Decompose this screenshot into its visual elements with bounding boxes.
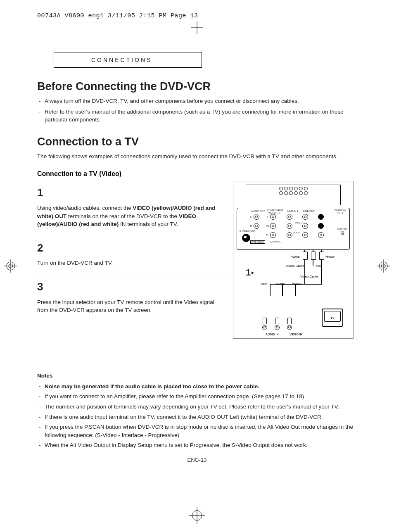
note-1: Noise may be generated if the audio cabl…: [37, 382, 357, 391]
lbl-line-out: LINE OUT: [303, 210, 315, 212]
print-header-underline: [37, 22, 173, 22]
step-1: 1 Using video/audio cables, connect the …: [37, 181, 225, 236]
diagram-column: AUDIO OUT COMPONENT VIDEO OUT LINE IN 1 …: [233, 181, 357, 339]
step-1-pre: Using video/audio cables, connect the: [37, 205, 133, 211]
heading-before-connecting: Before Connecting the DVD-VCR: [37, 80, 357, 93]
lbl-audio-out: AUDIO OUT: [251, 210, 265, 212]
before-bullet-1: Always turn off the DVD-VCR, TV, and oth…: [37, 97, 357, 105]
lbl-video-cable: Video Cable: [300, 275, 318, 278]
notes-section: Notes Noise may be generated if the audi…: [37, 372, 357, 449]
crop-mark-bottom: [189, 507, 205, 524]
step-1-post: IN terminals of your TV.: [119, 221, 178, 227]
lbl-svideo: S-VIDEO OUT: [240, 230, 256, 232]
note-6: When the Alt Video Output in Display Set…: [37, 441, 357, 449]
diagram-step-ref: 1: [246, 267, 253, 278]
section-tab: CONNECTIONS: [54, 52, 202, 68]
step-2: 2 Turn on the DVD-VCR and TV.: [37, 236, 225, 275]
lbl-component: COMPONENT VIDEO OUT: [267, 209, 283, 214]
lbl-pb: Pb: [266, 225, 269, 227]
dvd-unit-front-icon: [246, 185, 341, 205]
lbl-audio: AUDIO: [293, 231, 301, 234]
crop-mark-top: [191, 21, 203, 34]
lbl-y: Y: [267, 216, 268, 218]
note-4: If there is one audio input terminal on …: [37, 413, 357, 421]
plug-yellow-icon: [319, 252, 324, 260]
connection-diagram: AUDIO OUT COMPONENT VIDEO OUT LINE IN 1 …: [233, 181, 354, 339]
lbl-line-in1: LINE IN 1: [287, 210, 298, 212]
print-header-line: 00743A V8600_eng1 3/11/05 2:15 PM Page 1…: [37, 12, 357, 19]
document-page: 00743A V8600_eng1 3/11/05 2:15 PM Page 1…: [0, 0, 394, 532]
lbl-video-in: VIDEO IN: [290, 333, 302, 336]
lbl-rf: RF: [341, 233, 344, 235]
dvd-back-panel-icon: AUDIO OUT COMPONENT VIDEO OUT LINE IN 1 …: [237, 208, 350, 250]
tv-icon: TV: [322, 309, 343, 327]
page-number: ENG-13: [37, 457, 357, 463]
lbl-out-to-tv: OUT (TO TV): [336, 228, 348, 233]
step-3-number: 3: [37, 279, 225, 295]
before-bullets: Always turn off the DVD-VCR, TV, and oth…: [37, 97, 357, 124]
before-bullet-2: Refer to the user's manual of the additi…: [37, 108, 357, 124]
lbl-tv: TV: [330, 316, 335, 320]
heading-connection-tv: Connection to a TV: [37, 135, 357, 148]
notes-list: Noise may be generated if the audio cabl…: [37, 382, 357, 449]
step-1-mid: terminals on the rear of the DVD-VCR to …: [66, 213, 179, 219]
sub-heading-video: Connection to a TV (Video): [37, 170, 357, 178]
notes-title: Notes: [37, 372, 357, 380]
svideo-jack-icon: [242, 234, 250, 242]
step-1-text: Using video/audio cables, connect the VI…: [37, 204, 225, 228]
lbl-white: White: [291, 255, 299, 259]
lbl-red-bottom: Red: [261, 282, 267, 286]
plug-red-icon: [311, 252, 316, 260]
step-2-number: 2: [37, 240, 225, 256]
lbl-dvd-only: DVD ONLY: [250, 240, 265, 244]
lbl-coaxial: COAXIAL: [270, 240, 281, 243]
lbl-audio-in: AUDIO IN: [266, 333, 279, 336]
connection-intro-text: The following shows examples of connecti…: [37, 152, 357, 161]
lbl-in-from-ant: IN (FROM ANT.): [333, 209, 347, 214]
lbl-pr: Pr: [266, 234, 268, 236]
lbl-yellow-bottom: Yellow: [292, 282, 301, 286]
registration-mark-left: [4, 259, 17, 273]
lbl-white-bottom: White: [276, 282, 285, 286]
registration-mark-right: [377, 259, 390, 273]
note-3: The number and position of terminals may…: [37, 403, 357, 411]
step-2-text: Turn on the DVD-VCR and TV.: [37, 259, 225, 267]
lbl-l: L: [250, 216, 252, 218]
step-3-text: Press the input selector on your TV remo…: [37, 298, 225, 314]
lbl-r: R: [250, 225, 252, 227]
lbl-yellow: Yellow: [325, 255, 335, 259]
steps-column: 1 Using video/audio cables, connect the …: [37, 181, 225, 321]
lbl-audio-cable: Audio Cable: [286, 264, 304, 268]
note-5: If you press the P.SCAN button when DVD-…: [37, 423, 357, 439]
step-1-number: 1: [37, 185, 225, 201]
tv-input-panel-icon: [262, 318, 292, 330]
lbl-video: VIDEO: [295, 221, 303, 224]
note-2: If you want to connect to an Amplifier, …: [37, 392, 357, 401]
plug-white-icon: [303, 252, 308, 260]
step-3: 3 Press the input selector on your TV re…: [37, 275, 225, 322]
